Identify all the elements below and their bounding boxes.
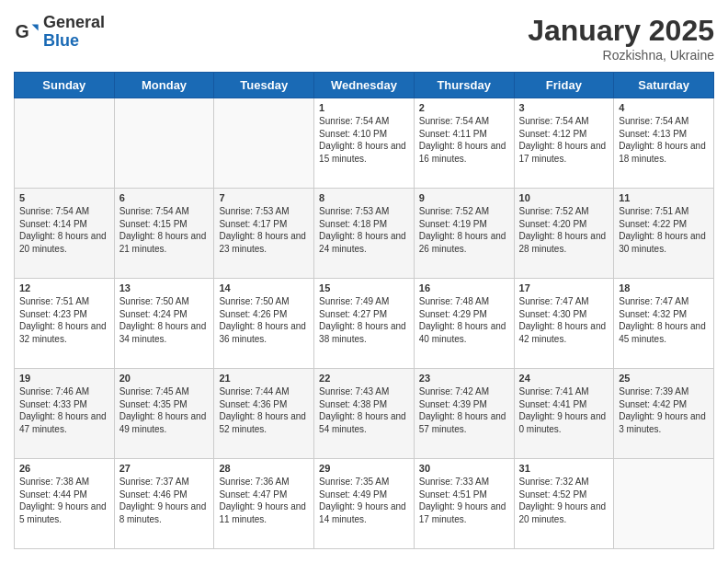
day-info: Sunrise: 7:38 AM Sunset: 4:44 PM Dayligh…: [19, 476, 109, 525]
day-info: Sunrise: 7:50 AM Sunset: 4:24 PM Dayligh…: [119, 295, 210, 345]
day-info: Sunrise: 7:54 AM Sunset: 4:10 PM Dayligh…: [319, 115, 409, 165]
col-thursday: Thursday: [414, 73, 514, 98]
day-info: Sunrise: 7:52 AM Sunset: 4:19 PM Dayligh…: [419, 205, 509, 255]
day-info: Sunrise: 7:51 AM Sunset: 4:22 PM Dayligh…: [619, 205, 709, 255]
table-row: 23Sunrise: 7:42 AM Sunset: 4:39 PM Dayli…: [414, 369, 514, 459]
day-number: 12: [19, 282, 109, 293]
day-info: Sunrise: 7:37 AM Sunset: 4:46 PM Dayligh…: [119, 476, 210, 525]
day-info: Sunrise: 7:54 AM Sunset: 4:14 PM Dayligh…: [19, 205, 109, 255]
table-row: 3Sunrise: 7:54 AM Sunset: 4:12 PM Daylig…: [514, 98, 614, 189]
day-info: Sunrise: 7:41 AM Sunset: 4:41 PM Dayligh…: [519, 385, 609, 435]
day-info: Sunrise: 7:39 AM Sunset: 4:42 PM Dayligh…: [619, 385, 709, 435]
day-number: 23: [419, 373, 509, 384]
table-row: 2Sunrise: 7:54 AM Sunset: 4:11 PM Daylig…: [414, 98, 514, 189]
day-info: Sunrise: 7:33 AM Sunset: 4:51 PM Dayligh…: [419, 476, 509, 525]
table-row: 31Sunrise: 7:32 AM Sunset: 4:52 PM Dayli…: [514, 459, 614, 549]
day-info: Sunrise: 7:42 AM Sunset: 4:39 PM Dayligh…: [419, 385, 509, 435]
table-row: 24Sunrise: 7:41 AM Sunset: 4:41 PM Dayli…: [514, 369, 614, 459]
calendar-week-row: 5Sunrise: 7:54 AM Sunset: 4:14 PM Daylig…: [15, 189, 714, 279]
col-monday: Monday: [114, 73, 214, 98]
day-number: 16: [419, 282, 509, 293]
day-number: 6: [119, 192, 210, 203]
day-info: Sunrise: 7:45 AM Sunset: 4:35 PM Dayligh…: [119, 385, 210, 435]
day-number: 8: [319, 192, 409, 203]
table-row: 9Sunrise: 7:52 AM Sunset: 4:19 PM Daylig…: [414, 189, 514, 279]
day-number: 19: [19, 373, 109, 384]
day-info: Sunrise: 7:50 AM Sunset: 4:26 PM Dayligh…: [219, 295, 309, 345]
calendar-week-row: 26Sunrise: 7:38 AM Sunset: 4:44 PM Dayli…: [15, 459, 714, 549]
col-wednesday: Wednesday: [314, 73, 415, 98]
table-row: 22Sunrise: 7:43 AM Sunset: 4:38 PM Dayli…: [314, 369, 415, 459]
day-number: 25: [619, 373, 709, 384]
table-row: 29Sunrise: 7:35 AM Sunset: 4:49 PM Dayli…: [314, 459, 415, 549]
day-info: Sunrise: 7:47 AM Sunset: 4:30 PM Dayligh…: [519, 295, 609, 345]
day-info: Sunrise: 7:52 AM Sunset: 4:20 PM Dayligh…: [519, 205, 609, 255]
day-number: 22: [319, 373, 409, 384]
table-row: 17Sunrise: 7:47 AM Sunset: 4:30 PM Dayli…: [514, 279, 614, 369]
table-row: 13Sunrise: 7:50 AM Sunset: 4:24 PM Dayli…: [114, 279, 214, 369]
table-row: 25Sunrise: 7:39 AM Sunset: 4:42 PM Dayli…: [614, 369, 714, 459]
day-info: Sunrise: 7:44 AM Sunset: 4:36 PM Dayligh…: [219, 385, 309, 435]
calendar-week-row: 19Sunrise: 7:46 AM Sunset: 4:33 PM Dayli…: [15, 369, 714, 459]
day-number: 1: [319, 102, 409, 113]
table-row: [614, 459, 714, 549]
day-info: Sunrise: 7:46 AM Sunset: 4:33 PM Dayligh…: [19, 385, 109, 435]
logo-general: General: [43, 14, 105, 32]
location: Rozkishna, Ukraine: [528, 48, 714, 63]
col-tuesday: Tuesday: [214, 73, 314, 98]
table-row: 15Sunrise: 7:49 AM Sunset: 4:27 PM Dayli…: [314, 279, 415, 369]
table-row: 28Sunrise: 7:36 AM Sunset: 4:47 PM Dayli…: [214, 459, 314, 549]
day-info: Sunrise: 7:32 AM Sunset: 4:52 PM Dayligh…: [519, 476, 609, 525]
day-info: Sunrise: 7:53 AM Sunset: 4:18 PM Dayligh…: [319, 205, 409, 255]
col-friday: Friday: [514, 73, 614, 98]
day-info: Sunrise: 7:43 AM Sunset: 4:38 PM Dayligh…: [319, 385, 409, 435]
day-info: Sunrise: 7:54 AM Sunset: 4:12 PM Dayligh…: [519, 115, 609, 165]
calendar-header-row: Sunday Monday Tuesday Wednesday Thursday…: [15, 73, 714, 98]
day-info: Sunrise: 7:35 AM Sunset: 4:49 PM Dayligh…: [319, 476, 409, 525]
table-row: 19Sunrise: 7:46 AM Sunset: 4:33 PM Dayli…: [15, 369, 115, 459]
day-info: Sunrise: 7:47 AM Sunset: 4:32 PM Dayligh…: [619, 295, 709, 345]
day-number: 9: [419, 192, 509, 203]
day-number: 21: [219, 373, 309, 384]
table-row: 21Sunrise: 7:44 AM Sunset: 4:36 PM Dayli…: [214, 369, 314, 459]
table-row: 10Sunrise: 7:52 AM Sunset: 4:20 PM Dayli…: [514, 189, 614, 279]
day-number: 28: [219, 463, 309, 474]
table-row: 8Sunrise: 7:53 AM Sunset: 4:18 PM Daylig…: [314, 189, 415, 279]
table-row: 12Sunrise: 7:51 AM Sunset: 4:23 PM Dayli…: [15, 279, 115, 369]
title-section: January 2025 Rozkishna, Ukraine: [528, 14, 714, 63]
table-row: 27Sunrise: 7:37 AM Sunset: 4:46 PM Dayli…: [114, 459, 214, 549]
day-number: 10: [519, 192, 609, 203]
day-number: 30: [419, 463, 509, 474]
day-number: 11: [619, 192, 709, 203]
table-row: 7Sunrise: 7:53 AM Sunset: 4:17 PM Daylig…: [214, 189, 314, 279]
table-row: 20Sunrise: 7:45 AM Sunset: 4:35 PM Dayli…: [114, 369, 214, 459]
day-number: 20: [119, 373, 210, 384]
month-title: January 2025: [528, 14, 714, 48]
day-info: Sunrise: 7:36 AM Sunset: 4:47 PM Dayligh…: [219, 476, 309, 525]
day-number: 4: [619, 102, 709, 113]
day-info: Sunrise: 7:54 AM Sunset: 4:11 PM Dayligh…: [419, 115, 509, 165]
svg-marker-1: [32, 24, 39, 30]
svg-text:G: G: [15, 20, 28, 40]
day-number: 26: [19, 463, 109, 474]
table-row: 26Sunrise: 7:38 AM Sunset: 4:44 PM Dayli…: [15, 459, 115, 549]
day-number: 31: [519, 463, 609, 474]
day-number: 2: [419, 102, 509, 113]
table-row: 4Sunrise: 7:54 AM Sunset: 4:13 PM Daylig…: [614, 98, 714, 189]
day-number: 13: [119, 282, 210, 293]
table-row: [214, 98, 314, 189]
day-info: Sunrise: 7:51 AM Sunset: 4:23 PM Dayligh…: [19, 295, 109, 345]
table-row: [114, 98, 214, 189]
col-saturday: Saturday: [614, 73, 714, 98]
calendar-week-row: 12Sunrise: 7:51 AM Sunset: 4:23 PM Dayli…: [15, 279, 714, 369]
day-info: Sunrise: 7:54 AM Sunset: 4:13 PM Dayligh…: [619, 115, 709, 165]
day-number: 29: [319, 463, 409, 474]
table-row: 30Sunrise: 7:33 AM Sunset: 4:51 PM Dayli…: [414, 459, 514, 549]
logo: G General Blue: [14, 14, 105, 51]
col-sunday: Sunday: [15, 73, 115, 98]
calendar-week-row: 1Sunrise: 7:54 AM Sunset: 4:10 PM Daylig…: [15, 98, 714, 189]
table-row: 18Sunrise: 7:47 AM Sunset: 4:32 PM Dayli…: [614, 279, 714, 369]
table-row: 6Sunrise: 7:54 AM Sunset: 4:15 PM Daylig…: [114, 189, 214, 279]
day-number: 15: [319, 282, 409, 293]
day-number: 14: [219, 282, 309, 293]
